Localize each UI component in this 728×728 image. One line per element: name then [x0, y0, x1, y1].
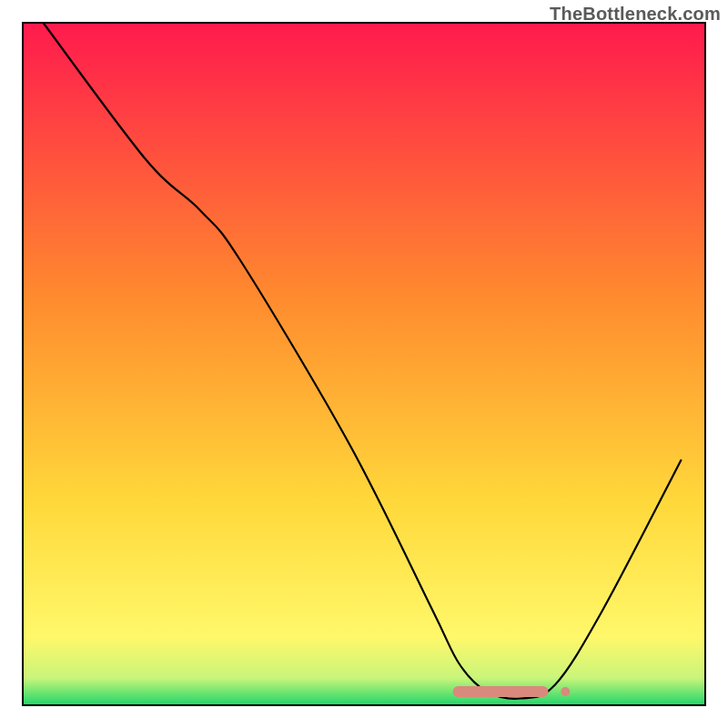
attribution-text: TheBottleneck.com	[550, 4, 721, 25]
chart-background	[23, 23, 705, 705]
bottleneck-chart	[0, 0, 728, 728]
optimal-range-dot	[561, 687, 570, 696]
optimal-range-marker	[453, 686, 549, 697]
chart-container: TheBottleneck.com	[0, 0, 728, 728]
